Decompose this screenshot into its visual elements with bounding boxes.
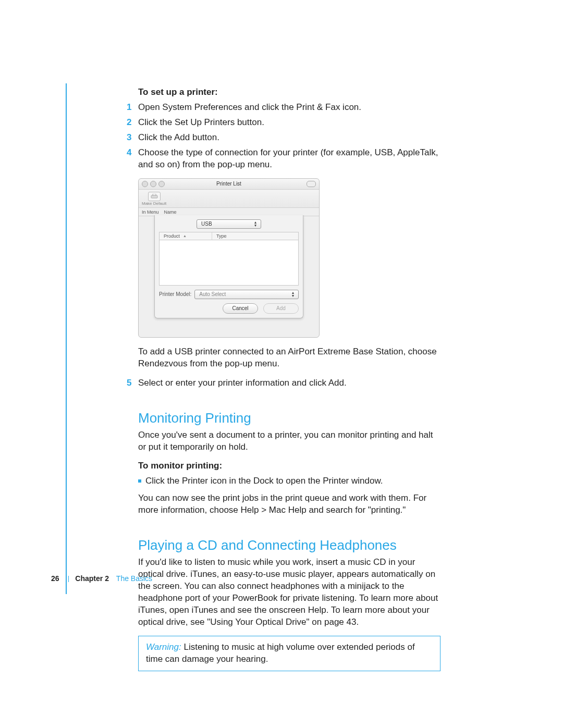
step-text: Click the Add button. — [138, 132, 219, 142]
updown-arrows-icon: ▴▾ — [252, 221, 259, 227]
printer-model-dropdown[interactable]: Auto Select ▴▾ — [194, 290, 299, 299]
monitor-followup: You can now see the print jobs in the pr… — [138, 492, 440, 516]
page-number: 26 — [51, 574, 59, 583]
zoom-icon — [158, 181, 165, 187]
column-name: Name — [164, 208, 177, 215]
printer-model-label: Printer Model: — [159, 291, 191, 298]
monitoring-intro: Once you've sent a document to a printer… — [138, 429, 440, 453]
dialog-titlebar: Printer List — [139, 179, 319, 190]
cancel-button[interactable]: Cancel — [223, 303, 258, 314]
svg-rect-0 — [151, 195, 157, 198]
printer-icon — [148, 192, 161, 201]
printer-list-dialog: Printer List Make Default In Menu Name — [138, 178, 320, 338]
step-text: Open System Preferences and click the Pr… — [138, 102, 361, 112]
warning-label: Warning: — [146, 642, 181, 652]
step-number: 5 — [127, 377, 131, 389]
step-number: 3 — [127, 132, 131, 144]
column-in-menu: In Menu — [142, 208, 159, 215]
add-printer-sheet: USB ▴▾ Product ▲ Type Printer Model: Aut… — [154, 215, 303, 318]
add-button[interactable]: Add — [263, 303, 299, 314]
dialog-title: Printer List — [216, 180, 241, 188]
setup-steps-continued: 5Select or enter your printer informatio… — [138, 377, 440, 389]
playing-cd-body: If you'd like to listen to music while y… — [138, 557, 440, 628]
printer-table-header: Product ▲ Type — [159, 232, 299, 240]
background-window-area — [141, 318, 317, 333]
page-footer: 26 Chapter 2 The Basics — [51, 574, 563, 583]
column-type: Type — [216, 233, 227, 239]
dialog-toolbar: Make Default — [139, 190, 319, 208]
sort-indicator-icon: ▲ — [183, 233, 187, 238]
printer-model-row: Printer Model: Auto Select ▴▾ — [159, 290, 299, 299]
chapter-label: Chapter 2 — [75, 574, 109, 583]
step-text: Click the Set Up Printers button. — [138, 117, 264, 127]
close-icon — [142, 181, 148, 187]
svg-rect-1 — [153, 194, 156, 195]
minimize-icon — [150, 181, 156, 187]
dropdown-value: USB — [201, 220, 212, 228]
connection-type-dropdown[interactable]: USB ▴▾ — [197, 219, 261, 229]
page-margin-rule — [66, 83, 67, 594]
step-number: 1 — [127, 102, 131, 114]
step-number: 2 — [127, 117, 131, 129]
toolbar-button-label: Make Default — [142, 201, 166, 207]
step-number: 4 — [127, 147, 131, 159]
setup-printer-heading: To set up a printer: — [138, 87, 440, 98]
warning-callout: Warning: Listening to music at high volu… — [138, 636, 440, 671]
to-monitor-heading: To monitor printing: — [138, 460, 440, 472]
footer-separator — [68, 576, 69, 582]
playing-cd-heading: Playing a CD and Connecting Headphones — [138, 536, 440, 554]
column-product: Product — [164, 233, 180, 239]
square-bullet-icon — [138, 479, 141, 483]
bullet-text: Click the Printer icon in the Dock to op… — [145, 475, 383, 487]
monitoring-printing-heading: Monitoring Printing — [138, 409, 440, 427]
chapter-name: The Basics — [116, 574, 152, 583]
step-text: Choose the type of connection for your p… — [138, 147, 438, 169]
updown-arrows-icon: ▴▾ — [290, 291, 296, 298]
setup-steps-list: 1Open System Preferences and click the P… — [138, 102, 440, 171]
monitor-bullet-item: Click the Printer icon in the Dock to op… — [138, 475, 440, 487]
toolbar-toggle-icon — [307, 181, 316, 187]
step-text: Select or enter your printer information… — [138, 378, 347, 388]
page-content: To set up a printer: 1Open System Prefer… — [138, 87, 440, 671]
warning-text: Listening to music at high volume over e… — [146, 642, 415, 664]
window-controls[interactable] — [142, 181, 165, 187]
dropdown-value: Auto Select — [199, 291, 226, 298]
make-default-button[interactable]: Make Default — [142, 192, 166, 207]
rendezvous-note: To add a USB printer connected to an Air… — [138, 346, 440, 370]
printer-table-body[interactable] — [159, 240, 299, 286]
sheet-button-row: Cancel Add — [159, 303, 299, 314]
